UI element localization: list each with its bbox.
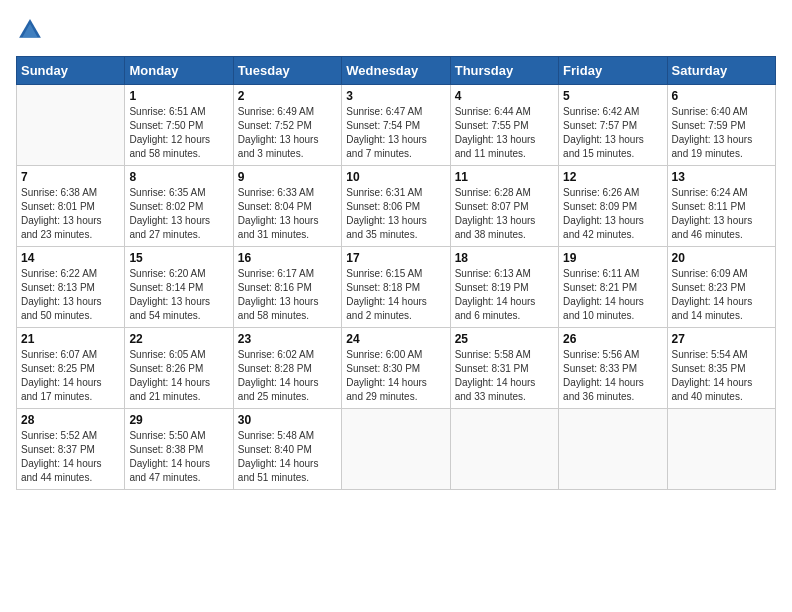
day-info: Sunrise: 6:09 AM Sunset: 8:23 PM Dayligh… xyxy=(672,267,771,323)
day-info: Sunrise: 6:49 AM Sunset: 7:52 PM Dayligh… xyxy=(238,105,337,161)
calendar-cell: 28Sunrise: 5:52 AM Sunset: 8:37 PM Dayli… xyxy=(17,409,125,490)
day-number: 3 xyxy=(346,89,445,103)
calendar-cell: 19Sunrise: 6:11 AM Sunset: 8:21 PM Dayli… xyxy=(559,247,667,328)
day-info: Sunrise: 6:22 AM Sunset: 8:13 PM Dayligh… xyxy=(21,267,120,323)
day-number: 27 xyxy=(672,332,771,346)
week-row-1: 7Sunrise: 6:38 AM Sunset: 8:01 PM Daylig… xyxy=(17,166,776,247)
week-row-2: 14Sunrise: 6:22 AM Sunset: 8:13 PM Dayli… xyxy=(17,247,776,328)
day-number: 30 xyxy=(238,413,337,427)
calendar-cell xyxy=(342,409,450,490)
day-header-saturday: Saturday xyxy=(667,57,775,85)
day-number: 14 xyxy=(21,251,120,265)
calendar-cell: 6Sunrise: 6:40 AM Sunset: 7:59 PM Daylig… xyxy=(667,85,775,166)
calendar-cell: 5Sunrise: 6:42 AM Sunset: 7:57 PM Daylig… xyxy=(559,85,667,166)
day-info: Sunrise: 5:52 AM Sunset: 8:37 PM Dayligh… xyxy=(21,429,120,485)
calendar-cell: 7Sunrise: 6:38 AM Sunset: 8:01 PM Daylig… xyxy=(17,166,125,247)
calendar-cell xyxy=(17,85,125,166)
day-number: 24 xyxy=(346,332,445,346)
day-number: 21 xyxy=(21,332,120,346)
calendar-cell xyxy=(667,409,775,490)
day-info: Sunrise: 6:00 AM Sunset: 8:30 PM Dayligh… xyxy=(346,348,445,404)
day-number: 25 xyxy=(455,332,554,346)
calendar-cell xyxy=(559,409,667,490)
calendar-cell: 24Sunrise: 6:00 AM Sunset: 8:30 PM Dayli… xyxy=(342,328,450,409)
day-info: Sunrise: 6:47 AM Sunset: 7:54 PM Dayligh… xyxy=(346,105,445,161)
day-info: Sunrise: 5:54 AM Sunset: 8:35 PM Dayligh… xyxy=(672,348,771,404)
day-info: Sunrise: 6:17 AM Sunset: 8:16 PM Dayligh… xyxy=(238,267,337,323)
day-info: Sunrise: 5:50 AM Sunset: 8:38 PM Dayligh… xyxy=(129,429,228,485)
day-info: Sunrise: 6:51 AM Sunset: 7:50 PM Dayligh… xyxy=(129,105,228,161)
day-info: Sunrise: 6:02 AM Sunset: 8:28 PM Dayligh… xyxy=(238,348,337,404)
calendar-cell: 2Sunrise: 6:49 AM Sunset: 7:52 PM Daylig… xyxy=(233,85,341,166)
calendar-cell: 15Sunrise: 6:20 AM Sunset: 8:14 PM Dayli… xyxy=(125,247,233,328)
day-info: Sunrise: 6:15 AM Sunset: 8:18 PM Dayligh… xyxy=(346,267,445,323)
calendar-cell: 11Sunrise: 6:28 AM Sunset: 8:07 PM Dayli… xyxy=(450,166,558,247)
calendar-cell: 14Sunrise: 6:22 AM Sunset: 8:13 PM Dayli… xyxy=(17,247,125,328)
day-header-monday: Monday xyxy=(125,57,233,85)
day-header-sunday: Sunday xyxy=(17,57,125,85)
day-number: 19 xyxy=(563,251,662,265)
day-info: Sunrise: 6:24 AM Sunset: 8:11 PM Dayligh… xyxy=(672,186,771,242)
calendar-cell: 10Sunrise: 6:31 AM Sunset: 8:06 PM Dayli… xyxy=(342,166,450,247)
day-info: Sunrise: 6:31 AM Sunset: 8:06 PM Dayligh… xyxy=(346,186,445,242)
day-number: 28 xyxy=(21,413,120,427)
calendar-cell: 16Sunrise: 6:17 AM Sunset: 8:16 PM Dayli… xyxy=(233,247,341,328)
day-number: 13 xyxy=(672,170,771,184)
calendar-cell: 3Sunrise: 6:47 AM Sunset: 7:54 PM Daylig… xyxy=(342,85,450,166)
day-info: Sunrise: 6:07 AM Sunset: 8:25 PM Dayligh… xyxy=(21,348,120,404)
day-number: 26 xyxy=(563,332,662,346)
day-number: 5 xyxy=(563,89,662,103)
logo-icon xyxy=(16,16,44,44)
calendar-cell: 30Sunrise: 5:48 AM Sunset: 8:40 PM Dayli… xyxy=(233,409,341,490)
calendar-cell: 8Sunrise: 6:35 AM Sunset: 8:02 PM Daylig… xyxy=(125,166,233,247)
calendar-cell: 29Sunrise: 5:50 AM Sunset: 8:38 PM Dayli… xyxy=(125,409,233,490)
day-number: 29 xyxy=(129,413,228,427)
day-info: Sunrise: 6:05 AM Sunset: 8:26 PM Dayligh… xyxy=(129,348,228,404)
calendar-cell: 27Sunrise: 5:54 AM Sunset: 8:35 PM Dayli… xyxy=(667,328,775,409)
calendar-table: SundayMondayTuesdayWednesdayThursdayFrid… xyxy=(16,56,776,490)
day-info: Sunrise: 6:44 AM Sunset: 7:55 PM Dayligh… xyxy=(455,105,554,161)
calendar-cell: 18Sunrise: 6:13 AM Sunset: 8:19 PM Dayli… xyxy=(450,247,558,328)
day-info: Sunrise: 6:38 AM Sunset: 8:01 PM Dayligh… xyxy=(21,186,120,242)
day-number: 2 xyxy=(238,89,337,103)
day-number: 22 xyxy=(129,332,228,346)
day-info: Sunrise: 6:42 AM Sunset: 7:57 PM Dayligh… xyxy=(563,105,662,161)
calendar-cell: 22Sunrise: 6:05 AM Sunset: 8:26 PM Dayli… xyxy=(125,328,233,409)
day-info: Sunrise: 6:35 AM Sunset: 8:02 PM Dayligh… xyxy=(129,186,228,242)
calendar-cell: 4Sunrise: 6:44 AM Sunset: 7:55 PM Daylig… xyxy=(450,85,558,166)
day-info: Sunrise: 6:13 AM Sunset: 8:19 PM Dayligh… xyxy=(455,267,554,323)
day-number: 12 xyxy=(563,170,662,184)
day-info: Sunrise: 6:26 AM Sunset: 8:09 PM Dayligh… xyxy=(563,186,662,242)
day-info: Sunrise: 6:33 AM Sunset: 8:04 PM Dayligh… xyxy=(238,186,337,242)
day-number: 6 xyxy=(672,89,771,103)
page-header xyxy=(16,16,776,44)
day-number: 15 xyxy=(129,251,228,265)
day-number: 10 xyxy=(346,170,445,184)
day-number: 4 xyxy=(455,89,554,103)
logo xyxy=(16,16,48,44)
day-number: 7 xyxy=(21,170,120,184)
day-info: Sunrise: 5:56 AM Sunset: 8:33 PM Dayligh… xyxy=(563,348,662,404)
day-header-friday: Friday xyxy=(559,57,667,85)
calendar-cell: 21Sunrise: 6:07 AM Sunset: 8:25 PM Dayli… xyxy=(17,328,125,409)
week-row-0: 1Sunrise: 6:51 AM Sunset: 7:50 PM Daylig… xyxy=(17,85,776,166)
day-number: 9 xyxy=(238,170,337,184)
day-number: 17 xyxy=(346,251,445,265)
day-info: Sunrise: 6:28 AM Sunset: 8:07 PM Dayligh… xyxy=(455,186,554,242)
calendar-cell: 25Sunrise: 5:58 AM Sunset: 8:31 PM Dayli… xyxy=(450,328,558,409)
calendar-cell: 23Sunrise: 6:02 AM Sunset: 8:28 PM Dayli… xyxy=(233,328,341,409)
calendar-cell: 17Sunrise: 6:15 AM Sunset: 8:18 PM Dayli… xyxy=(342,247,450,328)
day-info: Sunrise: 6:40 AM Sunset: 7:59 PM Dayligh… xyxy=(672,105,771,161)
day-header-tuesday: Tuesday xyxy=(233,57,341,85)
day-header-wednesday: Wednesday xyxy=(342,57,450,85)
day-number: 11 xyxy=(455,170,554,184)
day-number: 1 xyxy=(129,89,228,103)
day-number: 18 xyxy=(455,251,554,265)
calendar-cell: 1Sunrise: 6:51 AM Sunset: 7:50 PM Daylig… xyxy=(125,85,233,166)
day-number: 23 xyxy=(238,332,337,346)
calendar-cell: 9Sunrise: 6:33 AM Sunset: 8:04 PM Daylig… xyxy=(233,166,341,247)
calendar-cell: 26Sunrise: 5:56 AM Sunset: 8:33 PM Dayli… xyxy=(559,328,667,409)
calendar-cell xyxy=(450,409,558,490)
week-row-4: 28Sunrise: 5:52 AM Sunset: 8:37 PM Dayli… xyxy=(17,409,776,490)
calendar-header-row: SundayMondayTuesdayWednesdayThursdayFrid… xyxy=(17,57,776,85)
